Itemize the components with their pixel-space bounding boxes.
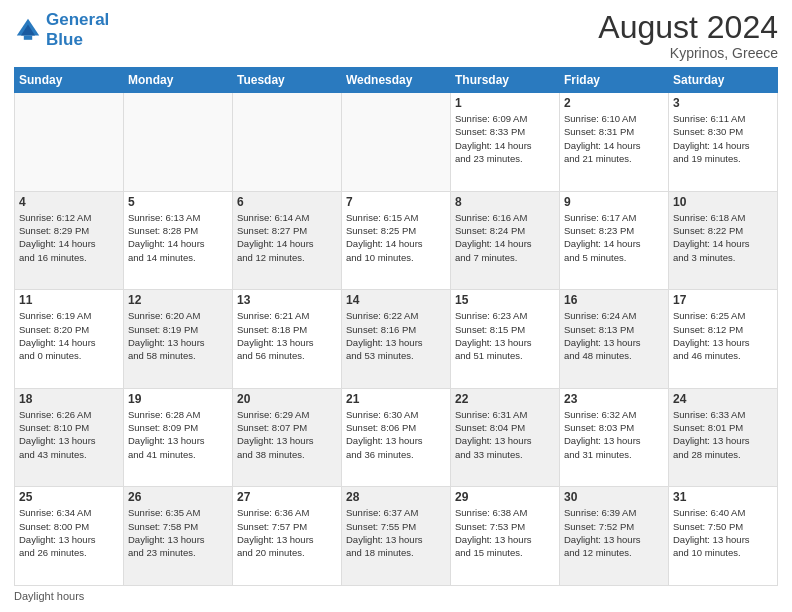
- day-number: 16: [564, 293, 664, 307]
- day-number: 28: [346, 490, 446, 504]
- day-info: Sunrise: 6:26 AM Sunset: 8:10 PM Dayligh…: [19, 408, 119, 461]
- location: Kyprinos, Greece: [598, 45, 778, 61]
- day-number: 22: [455, 392, 555, 406]
- table-row: [342, 93, 451, 192]
- day-info: Sunrise: 6:25 AM Sunset: 8:12 PM Dayligh…: [673, 309, 773, 362]
- day-number: 8: [455, 195, 555, 209]
- day-info: Sunrise: 6:24 AM Sunset: 8:13 PM Dayligh…: [564, 309, 664, 362]
- calendar-week-row: 1Sunrise: 6:09 AM Sunset: 8:33 PM Daylig…: [15, 93, 778, 192]
- table-row: 2Sunrise: 6:10 AM Sunset: 8:31 PM Daylig…: [560, 93, 669, 192]
- day-number: 9: [564, 195, 664, 209]
- day-info: Sunrise: 6:12 AM Sunset: 8:29 PM Dayligh…: [19, 211, 119, 264]
- day-number: 27: [237, 490, 337, 504]
- day-number: 25: [19, 490, 119, 504]
- day-number: 18: [19, 392, 119, 406]
- logo-icon: [14, 16, 42, 44]
- day-info: Sunrise: 6:37 AM Sunset: 7:55 PM Dayligh…: [346, 506, 446, 559]
- table-row: 26Sunrise: 6:35 AM Sunset: 7:58 PM Dayli…: [124, 487, 233, 586]
- calendar-week-row: 11Sunrise: 6:19 AM Sunset: 8:20 PM Dayli…: [15, 290, 778, 389]
- day-number: 10: [673, 195, 773, 209]
- day-info: Sunrise: 6:36 AM Sunset: 7:57 PM Dayligh…: [237, 506, 337, 559]
- table-row: 24Sunrise: 6:33 AM Sunset: 8:01 PM Dayli…: [669, 388, 778, 487]
- day-info: Sunrise: 6:34 AM Sunset: 8:00 PM Dayligh…: [19, 506, 119, 559]
- table-row: 18Sunrise: 6:26 AM Sunset: 8:10 PM Dayli…: [15, 388, 124, 487]
- day-info: Sunrise: 6:29 AM Sunset: 8:07 PM Dayligh…: [237, 408, 337, 461]
- day-number: 19: [128, 392, 228, 406]
- title-block: August 2024 Kyprinos, Greece: [598, 10, 778, 61]
- table-row: 3Sunrise: 6:11 AM Sunset: 8:30 PM Daylig…: [669, 93, 778, 192]
- day-number: 29: [455, 490, 555, 504]
- table-row: 20Sunrise: 6:29 AM Sunset: 8:07 PM Dayli…: [233, 388, 342, 487]
- day-number: 1: [455, 96, 555, 110]
- table-row: 6Sunrise: 6:14 AM Sunset: 8:27 PM Daylig…: [233, 191, 342, 290]
- table-row: 17Sunrise: 6:25 AM Sunset: 8:12 PM Dayli…: [669, 290, 778, 389]
- table-row: 23Sunrise: 6:32 AM Sunset: 8:03 PM Dayli…: [560, 388, 669, 487]
- day-info: Sunrise: 6:28 AM Sunset: 8:09 PM Dayligh…: [128, 408, 228, 461]
- col-monday: Monday: [124, 68, 233, 93]
- col-tuesday: Tuesday: [233, 68, 342, 93]
- table-row: [124, 93, 233, 192]
- day-number: 14: [346, 293, 446, 307]
- day-number: 5: [128, 195, 228, 209]
- footer-note: Daylight hours: [14, 590, 778, 602]
- day-info: Sunrise: 6:40 AM Sunset: 7:50 PM Dayligh…: [673, 506, 773, 559]
- day-info: Sunrise: 6:33 AM Sunset: 8:01 PM Dayligh…: [673, 408, 773, 461]
- calendar-week-row: 25Sunrise: 6:34 AM Sunset: 8:00 PM Dayli…: [15, 487, 778, 586]
- day-info: Sunrise: 6:14 AM Sunset: 8:27 PM Dayligh…: [237, 211, 337, 264]
- day-number: 26: [128, 490, 228, 504]
- calendar-week-row: 4Sunrise: 6:12 AM Sunset: 8:29 PM Daylig…: [15, 191, 778, 290]
- logo-text: General Blue: [46, 10, 109, 49]
- col-wednesday: Wednesday: [342, 68, 451, 93]
- day-number: 31: [673, 490, 773, 504]
- table-row: 1Sunrise: 6:09 AM Sunset: 8:33 PM Daylig…: [451, 93, 560, 192]
- day-number: 3: [673, 96, 773, 110]
- table-row: 10Sunrise: 6:18 AM Sunset: 8:22 PM Dayli…: [669, 191, 778, 290]
- month-title: August 2024: [598, 10, 778, 45]
- col-thursday: Thursday: [451, 68, 560, 93]
- table-row: 22Sunrise: 6:31 AM Sunset: 8:04 PM Dayli…: [451, 388, 560, 487]
- day-number: 24: [673, 392, 773, 406]
- day-info: Sunrise: 6:20 AM Sunset: 8:19 PM Dayligh…: [128, 309, 228, 362]
- day-info: Sunrise: 6:16 AM Sunset: 8:24 PM Dayligh…: [455, 211, 555, 264]
- table-row: 9Sunrise: 6:17 AM Sunset: 8:23 PM Daylig…: [560, 191, 669, 290]
- col-sunday: Sunday: [15, 68, 124, 93]
- table-row: 15Sunrise: 6:23 AM Sunset: 8:15 PM Dayli…: [451, 290, 560, 389]
- day-info: Sunrise: 6:30 AM Sunset: 8:06 PM Dayligh…: [346, 408, 446, 461]
- col-saturday: Saturday: [669, 68, 778, 93]
- table-row: 30Sunrise: 6:39 AM Sunset: 7:52 PM Dayli…: [560, 487, 669, 586]
- table-row: [15, 93, 124, 192]
- day-number: 2: [564, 96, 664, 110]
- day-number: 15: [455, 293, 555, 307]
- logo: General Blue: [14, 10, 109, 49]
- day-number: 12: [128, 293, 228, 307]
- day-info: Sunrise: 6:35 AM Sunset: 7:58 PM Dayligh…: [128, 506, 228, 559]
- day-info: Sunrise: 6:31 AM Sunset: 8:04 PM Dayligh…: [455, 408, 555, 461]
- day-number: 30: [564, 490, 664, 504]
- table-row: 16Sunrise: 6:24 AM Sunset: 8:13 PM Dayli…: [560, 290, 669, 389]
- day-number: 13: [237, 293, 337, 307]
- day-number: 21: [346, 392, 446, 406]
- table-row: 27Sunrise: 6:36 AM Sunset: 7:57 PM Dayli…: [233, 487, 342, 586]
- table-row: 11Sunrise: 6:19 AM Sunset: 8:20 PM Dayli…: [15, 290, 124, 389]
- day-number: 20: [237, 392, 337, 406]
- table-row: 31Sunrise: 6:40 AM Sunset: 7:50 PM Dayli…: [669, 487, 778, 586]
- day-info: Sunrise: 6:22 AM Sunset: 8:16 PM Dayligh…: [346, 309, 446, 362]
- calendar-header-row: Sunday Monday Tuesday Wednesday Thursday…: [15, 68, 778, 93]
- day-number: 7: [346, 195, 446, 209]
- day-info: Sunrise: 6:32 AM Sunset: 8:03 PM Dayligh…: [564, 408, 664, 461]
- table-row: 21Sunrise: 6:30 AM Sunset: 8:06 PM Dayli…: [342, 388, 451, 487]
- day-number: 17: [673, 293, 773, 307]
- table-row: 12Sunrise: 6:20 AM Sunset: 8:19 PM Dayli…: [124, 290, 233, 389]
- calendar-week-row: 18Sunrise: 6:26 AM Sunset: 8:10 PM Dayli…: [15, 388, 778, 487]
- day-info: Sunrise: 6:09 AM Sunset: 8:33 PM Dayligh…: [455, 112, 555, 165]
- table-row: 5Sunrise: 6:13 AM Sunset: 8:28 PM Daylig…: [124, 191, 233, 290]
- header: General Blue August 2024 Kyprinos, Greec…: [14, 10, 778, 61]
- table-row: 13Sunrise: 6:21 AM Sunset: 8:18 PM Dayli…: [233, 290, 342, 389]
- day-info: Sunrise: 6:21 AM Sunset: 8:18 PM Dayligh…: [237, 309, 337, 362]
- table-row: 7Sunrise: 6:15 AM Sunset: 8:25 PM Daylig…: [342, 191, 451, 290]
- day-info: Sunrise: 6:39 AM Sunset: 7:52 PM Dayligh…: [564, 506, 664, 559]
- table-row: 29Sunrise: 6:38 AM Sunset: 7:53 PM Dayli…: [451, 487, 560, 586]
- day-info: Sunrise: 6:17 AM Sunset: 8:23 PM Dayligh…: [564, 211, 664, 264]
- day-info: Sunrise: 6:38 AM Sunset: 7:53 PM Dayligh…: [455, 506, 555, 559]
- day-info: Sunrise: 6:23 AM Sunset: 8:15 PM Dayligh…: [455, 309, 555, 362]
